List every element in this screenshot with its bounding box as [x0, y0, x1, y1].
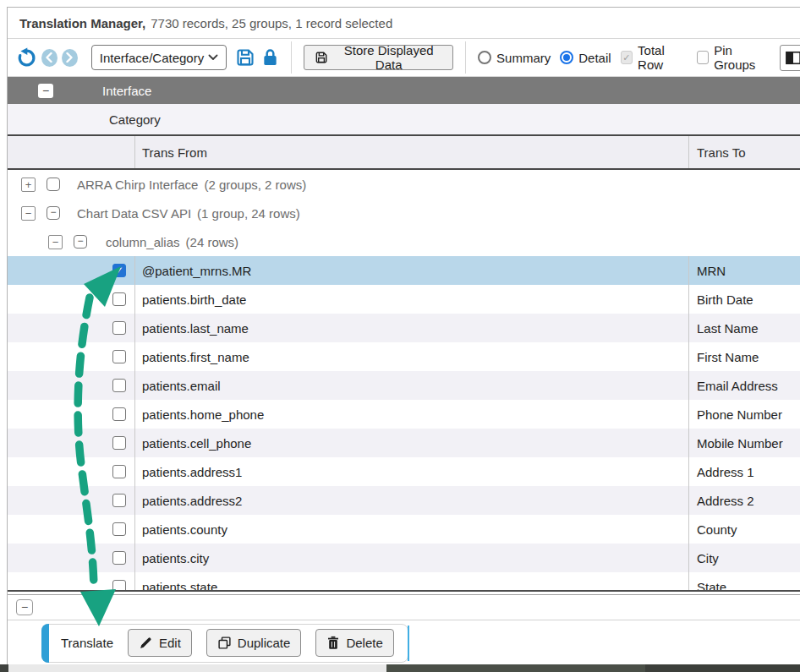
pencil-icon [139, 636, 153, 650]
summary-radio[interactable]: Summary [478, 51, 551, 65]
checkbox-checked-disabled-icon: ✓ [621, 51, 633, 64]
detail-radio-label: Detail [578, 51, 611, 65]
trans-to-header: Trans To [697, 145, 746, 160]
row-checkbox[interactable] [112, 350, 126, 363]
store-button-label: Store Displayed Data [335, 43, 442, 72]
trans-from-value: patients.home_phone [142, 407, 264, 422]
table-row[interactable]: patients.state State [8, 572, 800, 590]
row-checkbox[interactable] [112, 522, 126, 536]
tree-row-label: Chart Data CSV API [77, 206, 191, 221]
tree-row-arra-chirp-interface[interactable]: + ARRA Chirp Interface (2 groups, 2 rows… [8, 170, 800, 199]
table-row[interactable]: patients.county County [8, 515, 800, 544]
back-button[interactable] [41, 49, 58, 67]
group-checkbox-indeterminate[interactable]: − [47, 206, 60, 220]
collapse-icon[interactable]: − [16, 599, 33, 615]
tree-row-count: (2 groups, 2 rows) [204, 178, 306, 192]
total-row-checkbox[interactable]: ✓ Total Row [621, 43, 688, 72]
strip-segment [386, 664, 645, 672]
columns-button[interactable] [780, 45, 800, 71]
toolbar: Interface/Category [8, 39, 800, 77]
row-checkbox[interactable] [112, 379, 126, 392]
category-header-label: Category [109, 112, 161, 127]
trans-from-value: patients.address1 [142, 465, 242, 479]
tree-row-label: ARRA Chirp Interface [77, 178, 198, 192]
pin-groups-checkbox[interactable]: Pin Groups [697, 43, 770, 72]
row-checkbox[interactable] [112, 436, 126, 450]
page-title: Translation Manager, [19, 16, 145, 30]
trans-to-value: MRN [697, 264, 726, 278]
trans-to-value: Birth Date [697, 292, 753, 307]
collapse-icon[interactable]: − [21, 206, 36, 221]
forward-button[interactable] [62, 49, 78, 67]
radio-checked-icon [560, 51, 573, 64]
trans-from-value: patients.address2 [142, 494, 242, 508]
edit-button[interactable]: Edit [128, 629, 192, 657]
row-checkbox[interactable] [112, 321, 126, 335]
group-checkbox[interactable] [47, 178, 60, 191]
save-button[interactable] [235, 47, 255, 68]
trans-from-header: Trans From [142, 145, 207, 160]
row-checkbox[interactable] [112, 407, 126, 421]
tree-row-label: column_alias [106, 235, 180, 249]
undo-button[interactable] [16, 47, 37, 68]
collapse-icon[interactable]: − [48, 235, 63, 249]
bottom-panel-header: − [8, 595, 800, 620]
grouping-select[interactable]: Interface/Category [91, 45, 227, 70]
row-checkbox[interactable] [112, 292, 126, 306]
taskbar-strip [0, 664, 800, 672]
collapse-icon[interactable]: − [38, 84, 53, 98]
tree-row-column-alias[interactable]: − − column_alias (24 rows) [8, 227, 800, 256]
edit-button-label: Edit [159, 636, 181, 650]
trans-from-value: @patient_mrns.MR [142, 264, 251, 278]
store-displayed-data-button[interactable]: Store Displayed Data [304, 45, 453, 70]
table-row[interactable]: ✓ @patient_mrns.MR MRN [8, 256, 800, 285]
tree-row-chart-data-csv-api[interactable]: − − Chart Data CSV API (1 group, 24 rows… [8, 199, 800, 227]
duplicate-icon [217, 636, 232, 650]
row-checkbox[interactable]: ✓ [112, 264, 126, 277]
row-checkbox[interactable] [112, 494, 126, 507]
checkbox-empty-icon [697, 51, 709, 64]
tree-row-count: (1 group, 24 rows) [197, 206, 300, 221]
trans-from-value: patients.city [142, 551, 209, 565]
lock-button[interactable] [261, 48, 279, 67]
table-body: + ARRA Chirp Interface (2 groups, 2 rows… [8, 170, 800, 590]
trans-to-value: Email Address [697, 379, 778, 393]
save-floppy-icon [235, 47, 255, 68]
trans-to-value: Phone Number [697, 407, 782, 422]
table-row[interactable]: patients.last_name Last Name [8, 314, 800, 342]
trans-from-value: patients.first_name [142, 350, 249, 364]
delete-button[interactable]: Delete [315, 629, 393, 657]
row-checkbox[interactable] [112, 580, 126, 590]
interface-header-label: Interface [102, 84, 151, 98]
strip-segment [8, 664, 386, 672]
expand-icon[interactable]: + [21, 178, 36, 192]
undo-icon [16, 47, 37, 68]
trans-to-value: First Name [697, 350, 759, 364]
duplicate-button[interactable]: Duplicate [206, 629, 302, 657]
translate-panel: Translate Edit Duplicate [41, 624, 408, 663]
table-row[interactable]: patients.home_phone Phone Number [8, 400, 800, 429]
trans-from-value: patients.birth_date [142, 292, 246, 307]
record-summary: 7730 records, 25 groups, 1 record select… [151, 16, 392, 30]
table-row[interactable]: patients.city City [8, 544, 800, 572]
table-row[interactable]: patients.email Email Address [8, 371, 800, 400]
table-row[interactable]: patients.birth_date Birth Date [8, 285, 800, 314]
main-content: Translation Manager, 7730 records, 25 gr… [7, 7, 800, 665]
trans-to-value: Mobile Number [697, 436, 783, 451]
group-checkbox-indeterminate[interactable]: − [74, 235, 87, 249]
row-checkbox[interactable] [112, 465, 126, 478]
table-columns-icon [786, 51, 800, 65]
data-rows: ✓ @patient_mrns.MR MRN patients.birth_da… [8, 256, 800, 590]
trans-to-value: Last Name [697, 321, 759, 336]
table-row[interactable]: patients.cell_phone Mobile Number [8, 429, 800, 457]
trans-from-value: patients.cell_phone [142, 436, 251, 451]
detail-radio[interactable]: Detail [560, 51, 611, 65]
pin-groups-label: Pin Groups [714, 43, 770, 72]
interface-group-header: − Interface [8, 77, 800, 104]
table-row[interactable]: patients.address1 Address 1 [8, 457, 800, 486]
table-row[interactable]: patients.first_name First Name [8, 342, 800, 371]
category-group-header: Category [8, 104, 800, 136]
row-checkbox[interactable] [112, 551, 126, 565]
table-row[interactable]: patients.address2 Address 2 [8, 486, 800, 515]
titlebar: Translation Manager, 7730 records, 25 gr… [8, 8, 800, 39]
